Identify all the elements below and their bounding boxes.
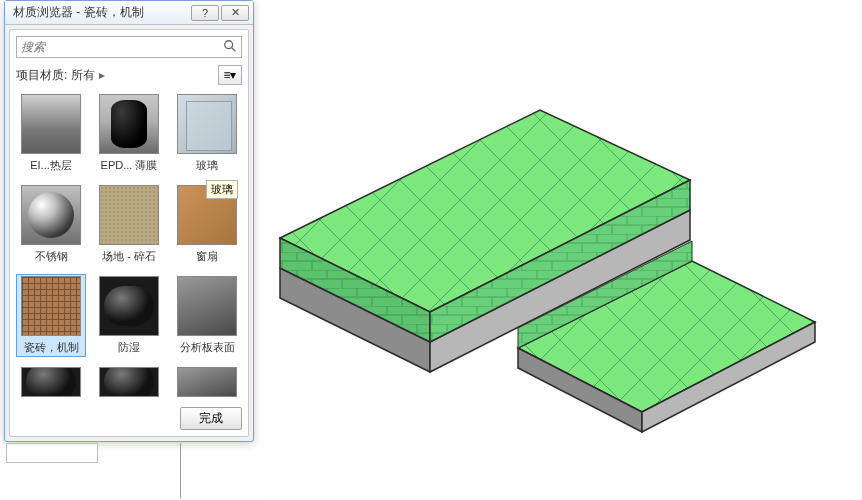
view-mode-button[interactable]: ≡▾ bbox=[218, 65, 242, 85]
svg-line-1 bbox=[232, 47, 236, 51]
material-thumb bbox=[177, 276, 237, 336]
material-item[interactable]: 分析板表面 bbox=[172, 274, 242, 357]
material-item[interactable] bbox=[172, 365, 242, 399]
material-item[interactable]: EI...热层 bbox=[16, 92, 86, 175]
viewport-3d[interactable] bbox=[260, 0, 862, 500]
done-button[interactable]: 完成 bbox=[180, 407, 242, 430]
dialog-title: 材质浏览器 - 瓷砖，机制 bbox=[9, 4, 189, 21]
material-item[interactable]: 瓷砖，机制 bbox=[16, 274, 86, 357]
material-item[interactable]: 不锈钢 bbox=[16, 183, 86, 266]
material-item[interactable]: EPD... 薄膜 bbox=[94, 92, 164, 175]
material-grid: EI...热层EPD... 薄膜玻璃不锈钢场地 - 碎石玻璃窗扇瓷砖，机制防湿分… bbox=[16, 92, 242, 357]
tooltip: 玻璃 bbox=[206, 180, 238, 199]
material-item[interactable]: 玻璃窗扇 bbox=[172, 183, 242, 266]
material-label: 防湿 bbox=[118, 340, 140, 355]
search-icon[interactable] bbox=[223, 39, 237, 56]
material-item[interactable] bbox=[16, 365, 86, 399]
search-input[interactable] bbox=[21, 38, 223, 56]
material-label: 场地 - 碎石 bbox=[102, 249, 156, 264]
model-svg bbox=[260, 0, 862, 500]
material-thumb bbox=[99, 185, 159, 245]
search-row bbox=[16, 36, 242, 58]
material-label: EPD... 薄膜 bbox=[101, 158, 158, 173]
material-label: 玻璃 bbox=[196, 158, 218, 173]
filter-row: 项目材质: 所有 ▸ ≡▾ bbox=[16, 64, 242, 86]
material-item[interactable]: 防湿 bbox=[94, 274, 164, 357]
material-thumb bbox=[21, 276, 81, 336]
material-thumb bbox=[21, 367, 81, 397]
help-button[interactable]: ? bbox=[191, 5, 219, 21]
material-browser-dialog: 材质浏览器 - 瓷砖，机制 ? ✕ 项目材质: 所有 ▸ ≡▾ EI...热层E… bbox=[4, 0, 254, 442]
svg-point-0 bbox=[225, 40, 233, 48]
material-item[interactable]: 场地 - 碎石 bbox=[94, 183, 164, 266]
material-thumb bbox=[177, 367, 237, 397]
material-thumb bbox=[99, 367, 159, 397]
material-thumb: 玻璃 bbox=[177, 185, 237, 245]
material-grid-partial bbox=[16, 365, 242, 399]
material-thumb bbox=[21, 94, 81, 154]
material-label: EI...热层 bbox=[30, 158, 72, 173]
material-label: 不锈钢 bbox=[35, 249, 68, 264]
close-button[interactable]: ✕ bbox=[221, 5, 249, 21]
aux-panel bbox=[6, 443, 98, 463]
aux-divider bbox=[180, 443, 181, 498]
material-item[interactable] bbox=[94, 365, 164, 399]
material-item[interactable]: 玻璃 bbox=[172, 92, 242, 175]
filter-dropdown-icon[interactable]: ▸ bbox=[99, 68, 105, 82]
material-label: 分析板表面 bbox=[180, 340, 235, 355]
material-label: 瓷砖，机制 bbox=[24, 340, 79, 355]
titlebar[interactable]: 材质浏览器 - 瓷砖，机制 ? ✕ bbox=[5, 1, 253, 25]
footer-row: 完成 bbox=[16, 407, 242, 430]
material-thumb bbox=[99, 276, 159, 336]
material-label: 窗扇 bbox=[196, 249, 218, 264]
dialog-body: 项目材质: 所有 ▸ ≡▾ EI...热层EPD... 薄膜玻璃不锈钢场地 - … bbox=[9, 29, 249, 437]
filter-label[interactable]: 项目材质: 所有 bbox=[16, 67, 95, 84]
material-thumb bbox=[21, 185, 81, 245]
material-thumb bbox=[99, 94, 159, 154]
material-thumb bbox=[177, 94, 237, 154]
